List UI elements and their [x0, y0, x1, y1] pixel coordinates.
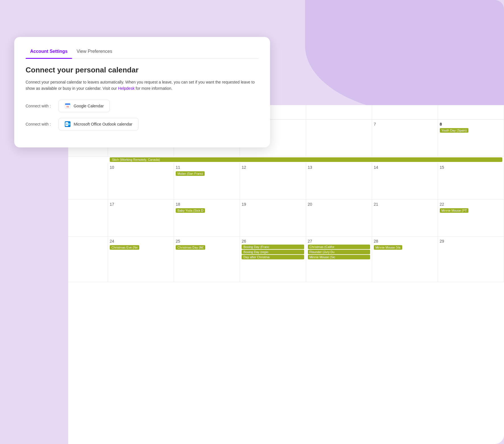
cal-cell-2-1: 17: [108, 200, 174, 236]
google-calendar-icon: 31: [65, 103, 71, 109]
svg-text:O: O: [66, 123, 68, 125]
event-tag: Minnie Mouse (Va: [374, 245, 402, 250]
outlook-label: Microsoft Office Outlook calendar: [74, 122, 132, 126]
outlook-icon: O: [65, 121, 71, 127]
cal-cell-1-5: 14: [372, 163, 438, 199]
event-tag: Christmas Eve (Ne: [110, 245, 139, 250]
connect-label-google: Connect with :: [26, 104, 54, 108]
event-tag: Christmas (Califor: [308, 245, 370, 249]
cal-cell-2-4: 20: [306, 200, 372, 236]
svg-rect-7: [68, 123, 70, 125]
cal-header-col6: [438, 105, 504, 120]
outlook-row: Connect with : O Microsoft Office Outloo…: [26, 118, 259, 130]
svg-rect-2: [65, 105, 70, 105]
span-event-row: Stich (Working Remotely, Canada): [68, 157, 504, 163]
cal-cell-2-3: 19: [240, 200, 306, 236]
svg-text:31: 31: [67, 105, 69, 108]
google-calendar-row: Connect with : 31 Google Calendar: [26, 100, 259, 112]
event-tag: Youth Day (Spain): [440, 128, 468, 133]
cal-cell-1-4: 13: [306, 163, 372, 199]
cal-cell-3-1: 24 Christmas Eve (Ne: [108, 237, 174, 282]
cal-cell-3-5: 28 Minnie Mouse (Va: [372, 237, 438, 282]
event-tag: Flounder (Jury Du: [308, 250, 370, 254]
google-calendar-label: Google Calendar: [74, 104, 104, 108]
cal-cell-2-0: [68, 200, 108, 236]
event-tag: Baby Yoda (Sick D: [176, 208, 205, 213]
tab-view-preferences[interactable]: View Preferences: [72, 45, 117, 59]
event-tag: Minnie Mouse (Sic: [308, 255, 370, 259]
event-tag: Minnie Mouse (PT: [440, 208, 468, 213]
calendar-row-2: 17 18 Baby Yoda (Sick D 19 20 21 22 Minn…: [68, 200, 504, 237]
modal-content: Connect your personal calendar Connect y…: [26, 66, 259, 130]
calendar-row-3: 24 Christmas Eve (Ne 25 Christmas Day (M…: [68, 237, 504, 282]
background-shape: [305, 0, 504, 114]
cal-cell-1-0: [68, 163, 108, 199]
cal-header-col5: [372, 105, 438, 120]
cal-cell-1-1: 10: [108, 163, 174, 199]
google-calendar-button[interactable]: 31 Google Calendar: [59, 100, 110, 112]
cal-cell-2-2: 18 Baby Yoda (Sick D: [174, 200, 240, 236]
cal-cell-1-2: 11 Mulan (San Franci: [174, 163, 240, 199]
stich-event: Stich (Working Remotely, Canada): [110, 157, 502, 162]
cal-cell-2-6: 22 Minnie Mouse (PT: [438, 200, 504, 236]
cal-cell-3-4: 27 Christmas (Califor Flounder (Jury Du …: [306, 237, 372, 282]
helpdesk-link[interactable]: Helpdesk: [118, 86, 134, 91]
outlook-button[interactable]: O Microsoft Office Outlook calendar: [59, 118, 138, 130]
calendar-background: THU 30 FRI Dec 1 30 Dec 1 E.T. (PTO, Can…: [68, 105, 504, 444]
tabs-container: Account Settings View Preferences: [26, 45, 259, 59]
cal-cell-2-5: 21: [372, 200, 438, 236]
cal-header-col4: [306, 105, 372, 120]
modal-title: Connect your personal calendar: [26, 66, 259, 74]
calendar-row-1: 10 11 Mulan (San Franci 12 13 14 15: [68, 163, 504, 200]
event-tag: Day after Christma: [242, 255, 304, 259]
event-tag: Christmas Day (M(: [176, 245, 205, 250]
connect-label-outlook: Connect with :: [26, 122, 54, 126]
cal-cell-1-6: 15: [438, 163, 504, 199]
cal-cell-0-5: 7: [372, 120, 438, 156]
modal-description: Connect your personal calendar to leaves…: [26, 79, 259, 92]
event-tag: Mulan (San Franci: [176, 171, 205, 176]
cal-cell-3-2: 25 Christmas Day (M(: [174, 237, 240, 282]
cal-cell-0-4: [306, 120, 372, 156]
settings-modal: Account Settings View Preferences Connec…: [14, 37, 270, 147]
cal-cell-0-6: 8 Youth Day (Spain): [438, 120, 504, 156]
cal-cell-3-6: 29: [438, 237, 504, 282]
event-tag: Boxing Day (regio: [242, 250, 304, 254]
cal-cell-3-0: [68, 237, 108, 282]
cal-cell-3-3: 26 Boxing Day (Franc Boxing Day (regio D…: [240, 237, 306, 282]
cal-cell-1-3: 12: [240, 163, 306, 199]
tab-account-settings[interactable]: Account Settings: [26, 45, 72, 59]
event-tag: Boxing Day (Franc: [242, 245, 304, 249]
